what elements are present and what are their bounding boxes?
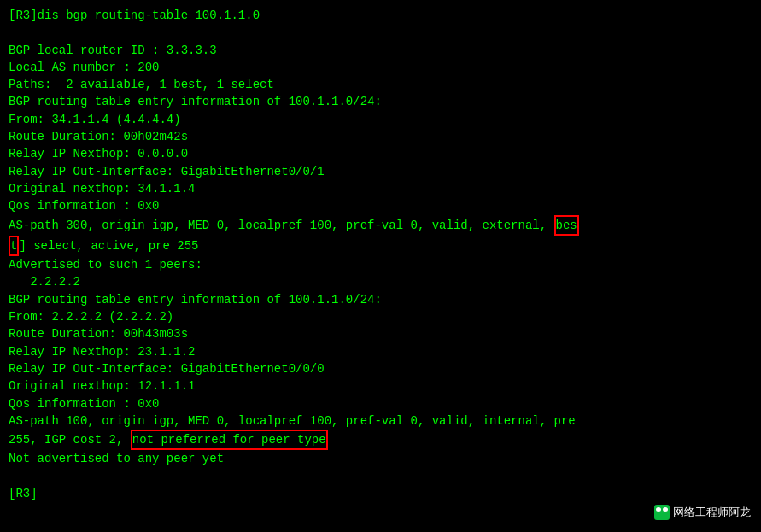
- line-24: AS-path 100, origin igp, MED 0, localpre…: [9, 412, 752, 430]
- highlight-best-cont: t: [9, 236, 19, 256]
- line-14: t] select, active, pre 255: [9, 236, 752, 256]
- line-15: Advertised to such 1 peers:: [9, 256, 752, 273]
- line-25: 255, IGP cost 2, not preferred for peer …: [9, 430, 752, 450]
- terminal-window: [R3]dis bgp routing-table 100.1.1.0 BGP …: [0, 0, 761, 532]
- line-6: BGP routing table entry information of 1…: [9, 93, 752, 110]
- line-16: 2.2.2.2: [9, 273, 752, 290]
- line-3: BGP local router ID : 3.3.3.3: [9, 42, 752, 59]
- highlight-best: bes: [554, 215, 579, 236]
- line-23: Qos information : 0x0: [9, 395, 752, 412]
- line-11: Original nexthop: 34.1.1.4: [9, 180, 752, 197]
- line-4: Local AS number : 200: [9, 59, 752, 76]
- line-2: [9, 24, 752, 41]
- wechat-icon: [654, 505, 670, 520]
- line-5: Paths: 2 available, 1 best, 1 select: [9, 76, 752, 93]
- line-26: Not advertised to any peer yet: [9, 450, 752, 467]
- line-19: Route Duration: 00h43m03s: [9, 325, 752, 342]
- line-10: Relay IP Out-Interface: GigabitEthernet0…: [9, 163, 752, 180]
- watermark-text: 网络工程师阿龙: [673, 505, 751, 520]
- line-18: From: 2.2.2.2 (2.2.2.2): [9, 308, 752, 325]
- line-20: Relay IP Nexthop: 23.1.1.2: [9, 343, 752, 360]
- line-8: Route Duration: 00h02m42s: [9, 128, 752, 145]
- line-21: Relay IP Out-Interface: GigabitEthernet0…: [9, 360, 752, 377]
- line-7: From: 34.1.1.4 (4.4.4.4): [9, 111, 752, 128]
- line-28: [R3]: [9, 485, 752, 502]
- line-27: [9, 468, 752, 485]
- line-22: Original nexthop: 12.1.1.1: [9, 377, 752, 395]
- line-1: [R3]dis bgp routing-table 100.1.1.0: [9, 7, 752, 24]
- line-17: BGP routing table entry information of 1…: [9, 291, 752, 308]
- line-9: Relay IP Nexthop: 0.0.0.0: [9, 145, 752, 162]
- line-12: Qos information : 0x0: [9, 197, 752, 214]
- watermark: 网络工程师阿龙: [654, 505, 751, 520]
- line-13: AS-path 300, origin igp, MED 0, localpre…: [9, 215, 752, 236]
- highlight-not-preferred: not preferred for peer type: [131, 430, 328, 450]
